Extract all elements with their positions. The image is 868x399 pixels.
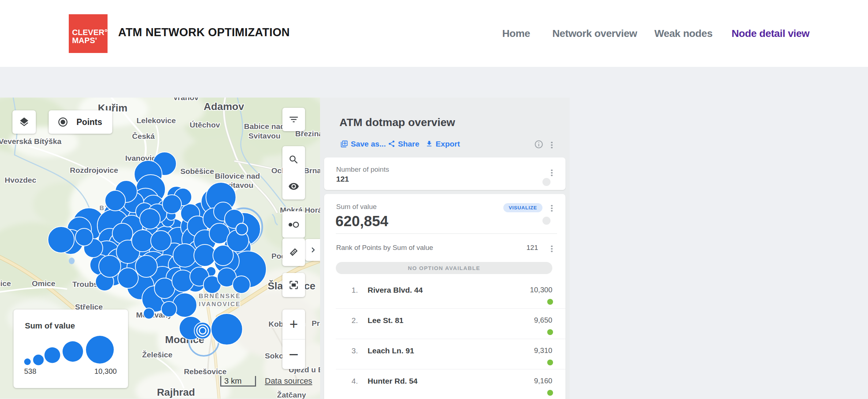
svg-text:Rajhrad: Rajhrad — [157, 387, 195, 398]
svg-text:Lelekovice: Lelekovice — [136, 116, 176, 125]
svg-text:Babice nad: Babice nad — [244, 122, 285, 130]
svg-text:Soběšice: Soběšice — [180, 167, 214, 175]
svg-text:Rozdrojovice: Rozdrojovice — [70, 166, 118, 174]
svg-text:Česká: Česká — [132, 132, 155, 140]
svg-text:IVANOVICE: IVANOVICE — [199, 301, 241, 308]
svg-text:Vranov: Vranov — [173, 98, 199, 102]
svg-text:Želešice: Želešice — [142, 350, 173, 359]
svg-text:Rebešovice: Rebešovice — [184, 367, 227, 376]
svg-text:Útěchov: Útěchov — [190, 121, 220, 129]
svg-text:Žatčany: Žatčany — [277, 391, 306, 399]
svg-text:Práce: Práce — [312, 319, 320, 327]
svg-text:Bílovice nad: Bílovice nad — [215, 172, 260, 180]
svg-text:Svitavou: Svitavou — [248, 132, 281, 140]
svg-text:BRNĚNSKÉ: BRNĚNSKÉ — [199, 293, 241, 300]
svg-text:tčice: tčice — [0, 279, 11, 288]
svg-text:Veverská Bítýška: Veverská Bítýška — [0, 137, 61, 145]
svg-text:Omice: Omice — [32, 279, 55, 288]
svg-text:Hvozdec: Hvozdec — [5, 176, 37, 184]
svg-text:Adamov: Adamov — [204, 101, 244, 112]
